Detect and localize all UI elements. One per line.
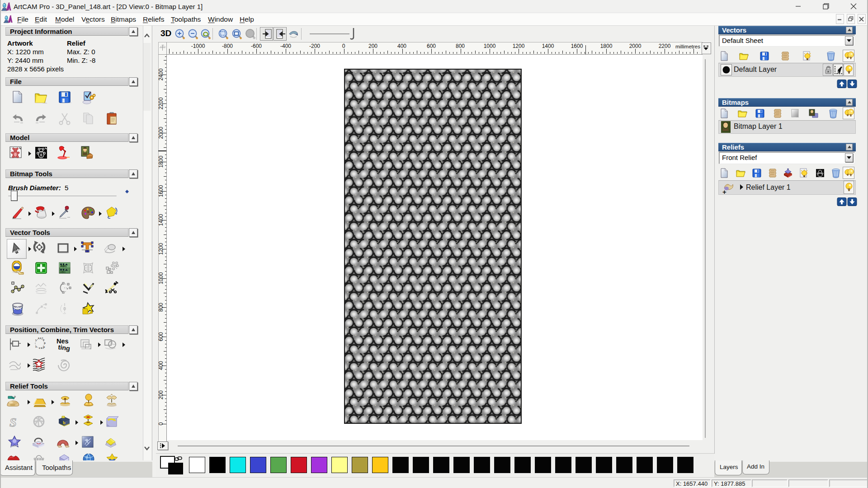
- svg-text:b: b: [63, 420, 66, 425]
- svg-text:S: S: [9, 415, 17, 429]
- svg-text:ABC: ABC: [60, 271, 66, 273]
- svg-text:c u r: c u r: [39, 347, 44, 349]
- svg-text:t: t: [35, 339, 37, 342]
- svg-text:ABC: ABC: [60, 264, 67, 267]
- svg-text:ting: ting: [58, 343, 71, 352]
- svg-text:n: n: [43, 342, 47, 344]
- svg-text:e x t: e x t: [38, 337, 43, 339]
